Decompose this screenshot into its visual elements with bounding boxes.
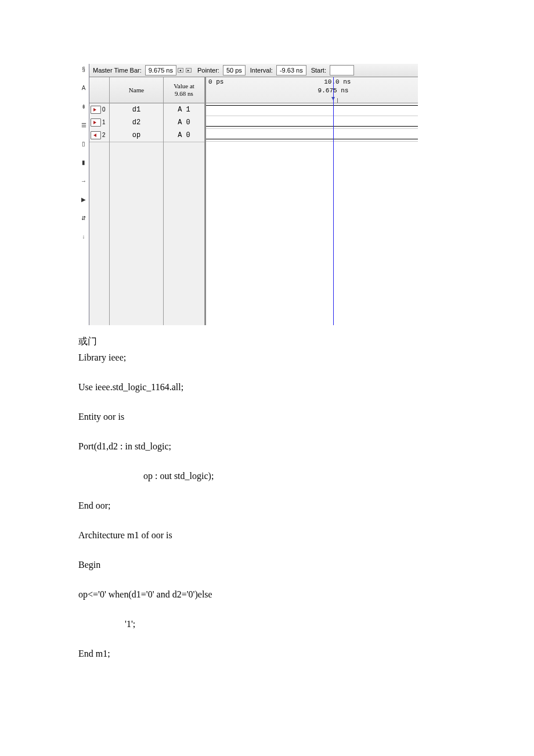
master-time-label: Master Time Bar: xyxy=(89,67,145,74)
waveform-rows xyxy=(206,103,418,142)
doc-line: Port(d1,d2 : in std_logic; xyxy=(78,439,427,454)
time-spinner[interactable]: ◂ xyxy=(178,68,183,73)
doc-line: Entity oor is xyxy=(78,409,427,424)
signal-value: A 1 xyxy=(164,103,204,116)
signal-name[interactable]: d1 xyxy=(110,103,163,116)
waveform-row[interactable] xyxy=(206,116,418,129)
tool-icon[interactable]: A xyxy=(80,84,88,92)
interval-value: -9.63 ns xyxy=(276,65,306,75)
doc-line: op : out std_logic); xyxy=(78,469,427,484)
signal-index[interactable]: 0 xyxy=(89,103,109,116)
tool-icon[interactable]: ☰ xyxy=(80,121,88,129)
doc-line: '1'; xyxy=(78,617,427,632)
doc-line: End oor; xyxy=(78,498,427,513)
time-spinner[interactable]: ▸ xyxy=(186,68,192,73)
signal-value: A 0 xyxy=(164,129,204,142)
signal-value: A 0 xyxy=(164,116,204,129)
code-document: 或门 Library ieee; Use ieee.std_logic_1164… xyxy=(78,334,427,661)
time-toolbar: Master Time Bar: 9.675 ns ◂ ▸ Pointer: 5… xyxy=(89,64,418,77)
waveform-window: § A ⇟ ☰ ▯ ▮ → ▶ ⇵ ↓ Master Time Bar: 9.6… xyxy=(78,64,418,325)
output-pin-icon xyxy=(91,131,101,139)
tool-icon[interactable]: ▯ xyxy=(80,139,88,147)
signal-index[interactable]: 1 xyxy=(89,116,109,129)
time-ruler[interactable]: 0 ps 10.0 ns 9.675 ns xyxy=(206,77,418,103)
doc-line: End m1; xyxy=(78,646,427,661)
name-header: Name xyxy=(110,77,163,103)
signal-high xyxy=(206,105,418,106)
waveform-row[interactable] xyxy=(206,103,418,116)
index-header xyxy=(89,77,109,103)
input-pin-icon xyxy=(91,118,101,127)
signal-index[interactable]: 2 xyxy=(89,129,109,142)
ruler-zero: 0 ps xyxy=(208,78,223,85)
ruler-tick xyxy=(337,98,338,103)
toolbar-left: § A ⇟ ☰ ▯ ▮ → ▶ ⇵ ↓ xyxy=(78,64,89,325)
signal-deck: 0 1 2 Name xyxy=(89,77,206,325)
master-time-value[interactable]: 9.675 ns xyxy=(145,65,176,75)
signal-name[interactable]: op xyxy=(110,129,163,142)
interval-label: Interval: xyxy=(247,67,276,74)
time-cursor[interactable] xyxy=(333,77,334,325)
waveform-area[interactable]: 0 ps 10.0 ns 9.675 ns xyxy=(206,77,418,325)
signal-low xyxy=(206,126,418,127)
doc-line: op<='0' when(d1='0' and d2='0')else xyxy=(78,587,427,602)
doc-line: Library ieee; xyxy=(78,350,427,365)
pointer-label: Pointer: xyxy=(194,67,223,74)
tool-icon[interactable]: ▮ xyxy=(80,158,88,166)
start-value[interactable] xyxy=(330,65,354,75)
doc-line: 或门 xyxy=(78,334,427,349)
pointer-value: 50 ps xyxy=(223,65,246,75)
arrow-down-icon[interactable]: ↓ xyxy=(80,232,88,240)
play-icon[interactable]: ▶ xyxy=(80,195,88,203)
waveform-row[interactable] xyxy=(206,129,418,142)
doc-line: Architecture m1 of oor is xyxy=(78,528,427,543)
signal-low xyxy=(206,139,418,139)
spin-right-icon[interactable]: ▸ xyxy=(186,68,192,73)
doc-line: Use ieee.std_logic_1164.all; xyxy=(78,380,427,395)
tool-icon[interactable]: ⇟ xyxy=(80,102,88,110)
spin-left-icon[interactable]: ◂ xyxy=(178,68,183,73)
value-header: Value at 9.68 ns xyxy=(164,77,204,103)
tool-icon[interactable]: § xyxy=(80,65,88,73)
input-pin-icon xyxy=(91,106,101,114)
doc-line: Begin xyxy=(78,557,427,573)
arrow-right-icon[interactable]: → xyxy=(80,177,88,185)
start-label: Start: xyxy=(308,67,330,74)
ruler-tick-label: 10.0 ns xyxy=(324,78,351,85)
signal-name[interactable]: d2 xyxy=(110,116,163,129)
tool-icon[interactable]: ⇵ xyxy=(80,214,88,222)
